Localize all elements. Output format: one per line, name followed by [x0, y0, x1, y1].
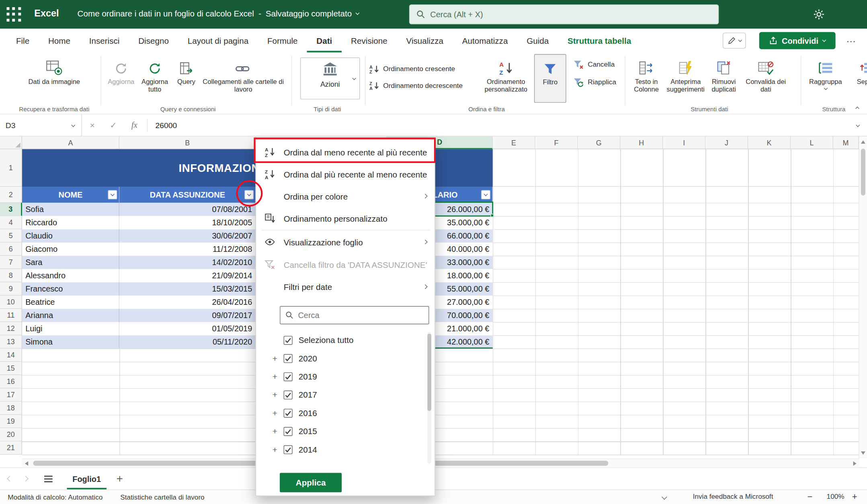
share-button[interactable]: Condividi: [759, 32, 836, 49]
expand-plus-icon[interactable]: +: [271, 408, 279, 418]
confirm-entry-button[interactable]: ✓: [103, 120, 124, 130]
expand-plus-icon[interactable]: +: [271, 353, 279, 363]
row-header-14[interactable]: 14: [0, 349, 22, 362]
row-header-18[interactable]: 18: [0, 402, 22, 415]
search-input[interactable]: [430, 10, 711, 19]
tab-home[interactable]: Home: [39, 29, 80, 53]
cell-A4[interactable]: Riccardo: [22, 216, 119, 229]
filter-list-scrollbar[interactable]: [427, 332, 431, 463]
zoom-in-button[interactable]: +: [852, 492, 857, 502]
scroll-down-arrow-icon[interactable]: [861, 451, 865, 455]
checkbox-row-2020[interactable]: + 2020: [256, 349, 427, 367]
document-title[interactable]: Come ordinare i dati in un foglio di cal…: [78, 9, 359, 18]
add-sheet-button[interactable]: +: [117, 472, 123, 485]
checkbox-row-2019[interactable]: + 2019: [256, 367, 427, 386]
row-header-5[interactable]: 5: [0, 229, 22, 243]
group-rows-button[interactable]: Raggruppa: [805, 54, 846, 103]
next-sheet-chevron-icon[interactable]: [23, 476, 29, 482]
calc-mode-status[interactable]: Modalità di calcolo: Automatico: [8, 493, 102, 501]
tab-automatizza[interactable]: Automatizza: [453, 29, 517, 53]
expand-plus-icon[interactable]: +: [271, 372, 279, 381]
filter-list-scrollbar-thumb[interactable]: [427, 334, 431, 411]
tab-formule[interactable]: Formule: [258, 29, 307, 53]
actions-data-type-button[interactable]: Azioni: [300, 57, 360, 100]
menu-item-date-filters[interactable]: Filtri per date: [256, 275, 436, 298]
checkbox-row-2017[interactable]: + 2017: [256, 386, 427, 404]
tab-file[interactable]: File: [7, 29, 39, 53]
cell-A7[interactable]: Sara: [22, 256, 119, 269]
tab-layout-di-pagina[interactable]: Layout di pagina: [178, 29, 258, 53]
menu-item-clear-filter[interactable]: Cancella filtro da 'DATA ASSUNZIONE': [256, 253, 436, 275]
column-header-B[interactable]: B: [119, 137, 256, 149]
tab-revisione[interactable]: Revisione: [342, 29, 397, 53]
tab-disegno[interactable]: Disegno: [129, 29, 178, 53]
checkbox-row-2014[interactable]: + 2014: [256, 440, 427, 458]
cell-A10[interactable]: Beatrice: [22, 296, 119, 309]
send-feedback-link[interactable]: Invia feedback a Microsoft: [693, 493, 773, 500]
query-button[interactable]: Query: [172, 54, 200, 103]
app-name[interactable]: Excel: [34, 8, 59, 20]
checkbox-checked-icon[interactable]: [284, 336, 293, 345]
cell-A6[interactable]: Giacomo: [22, 243, 119, 256]
checkbox-checked-icon[interactable]: [284, 372, 293, 381]
sort-descending-button[interactable]: ZA Ordinamento decrescente: [369, 79, 463, 92]
clear-filter-button[interactable]: Cancella: [573, 58, 615, 71]
expand-plus-icon[interactable]: +: [271, 390, 279, 399]
refresh-all-button[interactable]: Aggiorna tutto: [138, 54, 172, 103]
apply-filter-button[interactable]: Applica: [280, 473, 342, 492]
column-header-L[interactable]: L: [791, 137, 833, 149]
row-header-17[interactable]: 17: [0, 388, 22, 402]
cell-A5[interactable]: Claudio: [22, 229, 119, 243]
row-header-13[interactable]: 13: [0, 335, 22, 349]
expand-plus-icon[interactable]: +: [271, 426, 279, 436]
checkbox-checked-icon[interactable]: [284, 408, 293, 417]
column-header-I[interactable]: I: [663, 137, 705, 149]
vertical-scrollbar[interactable]: [859, 137, 867, 459]
vertical-scrollbar-thumb[interactable]: [861, 149, 865, 196]
cell-B12[interactable]: 01/05/2019: [119, 322, 256, 335]
horizontal-scrollbar[interactable]: [22, 459, 859, 467]
cell-A9[interactable]: Francesco: [22, 282, 119, 296]
scroll-up-arrow-icon[interactable]: [861, 140, 865, 143]
checkbox-checked-icon[interactable]: [284, 445, 293, 454]
column-header-G[interactable]: G: [578, 137, 621, 149]
row-header-10[interactable]: 10: [0, 296, 22, 309]
filter-button-nome[interactable]: [108, 190, 117, 199]
title-chevron-down-icon[interactable]: [356, 11, 360, 15]
checkbox-row-2016[interactable]: + 2016: [256, 404, 427, 422]
filter-button-data-assunzione[interactable]: [244, 190, 254, 199]
cell-A11[interactable]: Arianna: [22, 309, 119, 322]
cell-B9[interactable]: 15/03/2015: [119, 282, 256, 296]
insert-function-button[interactable]: fx: [124, 120, 145, 130]
refresh-button[interactable]: Aggiorna: [105, 54, 137, 103]
sheet-tab-foglio1[interactable]: Foglio1: [67, 468, 106, 490]
sort-ascending-button[interactable]: AZ Ordinamento crescente: [369, 62, 455, 75]
tab-inserisci[interactable]: Inserisci: [80, 29, 129, 53]
cell-B5[interactable]: 30/06/2007: [119, 229, 256, 243]
cell-A13[interactable]: Simona: [22, 335, 119, 349]
column-header-K[interactable]: K: [748, 137, 791, 149]
column-header-E[interactable]: E: [493, 137, 535, 149]
column-header-A[interactable]: A: [22, 137, 119, 149]
checkbox-checked-icon[interactable]: [284, 427, 293, 436]
column-header-F[interactable]: F: [535, 137, 578, 149]
cell-B6[interactable]: 11/12/2008: [119, 243, 256, 256]
filter-button-salario[interactable]: [481, 190, 490, 199]
zoom-level[interactable]: 100%: [824, 493, 847, 500]
remove-duplicates-button[interactable]: Rimuovi duplicati: [707, 54, 741, 103]
pen-mode-button[interactable]: [723, 33, 746, 49]
menu-item-sheet-view[interactable]: Visualizzazione foglio: [256, 231, 436, 253]
flash-fill-button[interactable]: Anteprima suggerimenti: [666, 54, 705, 103]
data-from-picture-button[interactable]: Dati da immagine: [22, 54, 86, 103]
cell-B4[interactable]: 18/10/2005: [119, 216, 256, 229]
menu-item-sort-newest[interactable]: ZA Ordina dal più recente al meno recent…: [256, 163, 436, 185]
cell-B3[interactable]: 07/08/2001: [119, 203, 256, 216]
prev-sheet-chevron-icon[interactable]: [7, 476, 12, 482]
ribbon-more-button[interactable]: …: [846, 33, 857, 45]
row-header-4[interactable]: 4: [0, 216, 22, 229]
row-header-1[interactable]: 1: [0, 149, 22, 187]
table-header-nome[interactable]: NOME: [22, 187, 119, 203]
text-to-columns-button[interactable]: Testo in Colonne: [628, 54, 665, 103]
ungroup-rows-button[interactable]: Separa: [848, 54, 867, 103]
filter-search-input[interactable]: [298, 311, 423, 320]
